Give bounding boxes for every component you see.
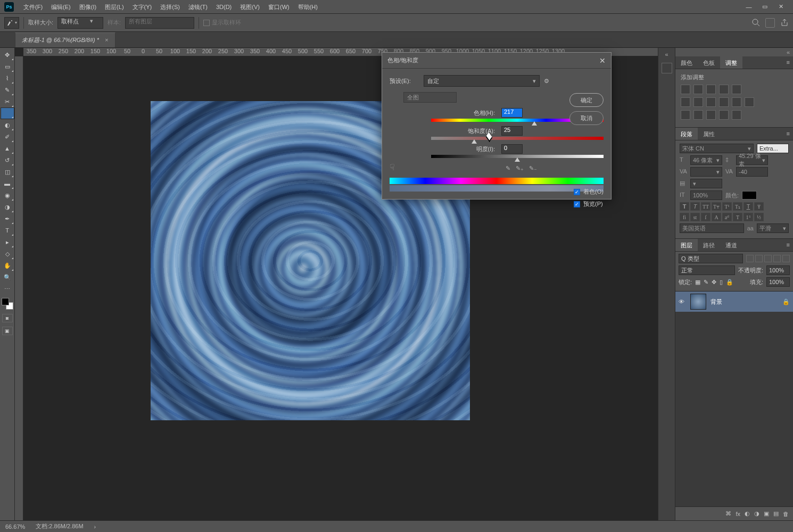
expand-dock-icon[interactable]: « (675, 48, 793, 56)
saturation-value-field[interactable]: 25 (501, 126, 523, 136)
lightness-value-field[interactable]: 0 (501, 144, 523, 154)
adj-bw-icon[interactable] (706, 97, 716, 107)
input-spectrum[interactable] (390, 178, 604, 184)
zoom-level[interactable]: 66.67% (5, 523, 25, 530)
menu-3d[interactable]: 3D(D) (212, 0, 236, 14)
font-size-field[interactable]: 46 像素▾ (690, 155, 722, 165)
preview-checkbox[interactable]: ✓预览(P) (574, 200, 604, 208)
filter-smart-icon[interactable] (782, 255, 790, 262)
panel-menu-icon[interactable]: ≡ (783, 239, 793, 251)
antialiasing-select[interactable]: 平滑▾ (757, 223, 789, 233)
super-button[interactable]: T¹ (722, 202, 732, 211)
filter-adj-icon[interactable] (755, 255, 763, 262)
eyedropper-icon[interactable]: ✎ (506, 165, 510, 172)
close-dialog-icon[interactable]: ✕ (599, 56, 606, 65)
lock-icon[interactable]: 🔒 (726, 279, 733, 286)
tab-adjustments[interactable]: 调整 (720, 56, 742, 69)
leading-field[interactable]: 45.29 像素▾ (736, 155, 768, 165)
ok-button[interactable]: 确定 (569, 93, 604, 107)
share-icon[interactable] (780, 18, 789, 28)
filter-type-icon[interactable] (764, 255, 772, 262)
stylistic-button[interactable]: 1ˢ (744, 213, 753, 221)
color-swatch[interactable] (2, 298, 13, 310)
tab-layers[interactable]: 图层 (675, 239, 698, 251)
tab-channels[interactable]: 通道 (720, 239, 742, 251)
brush-tool-icon[interactable]: ✐ (1, 131, 14, 143)
pen-tool-icon[interactable]: ✒ (1, 213, 14, 225)
document-tab[interactable]: 未标题-1 @ 66.7%(RGB/8#) * × (15, 32, 115, 47)
doc-size[interactable]: 文档:2.86M/2.86M (36, 522, 83, 530)
tab-paths[interactable]: 路径 (698, 239, 720, 251)
hue-value-field[interactable]: 217 (501, 108, 523, 118)
swash-button[interactable]: ſ (701, 213, 711, 221)
allcaps-button[interactable]: TT (701, 202, 711, 211)
stamp-tool-icon[interactable]: ▲ (1, 143, 14, 154)
quickmask-icon[interactable]: ◙ (2, 314, 13, 322)
tab-color[interactable]: 颜色 (675, 56, 698, 69)
adj-gradmap-icon[interactable] (719, 110, 729, 120)
lasso-tool-icon[interactable]: ⌇ (1, 72, 14, 84)
adj-levels-icon[interactable] (693, 85, 703, 94)
window-close-icon[interactable]: ✕ (773, 2, 789, 12)
search-icon[interactable] (751, 18, 760, 28)
adj-hue-icon[interactable] (681, 97, 690, 107)
adj-photo-icon[interactable] (719, 97, 729, 107)
blur-tool-icon[interactable]: ◉ (1, 189, 14, 201)
st-lig-button[interactable]: st (690, 213, 700, 221)
tab-swatches[interactable]: 色板 (698, 56, 720, 69)
menu-file[interactable]: 文件(F) (19, 0, 47, 14)
marquee-tool-icon[interactable]: ▭ (1, 61, 14, 72)
strike-button[interactable]: Ŧ (754, 202, 764, 211)
output-spectrum[interactable] (390, 185, 604, 192)
ordinal-button[interactable]: aᵈ (722, 213, 732, 221)
sample-size-select[interactable]: 取样点▾ (57, 17, 103, 29)
window-minimize-icon[interactable]: — (741, 2, 757, 12)
titling-button[interactable]: A (712, 213, 721, 221)
lock-image-icon[interactable]: ▯ (720, 279, 723, 286)
eraser-tool-icon[interactable]: ◫ (1, 166, 14, 178)
move-tool-icon[interactable]: ✥ (1, 49, 14, 61)
layer-row[interactable]: 👁 背景 🔒 (675, 292, 793, 312)
dodge-tool-icon[interactable]: ◑ (1, 201, 14, 213)
adj-selcolor-icon[interactable] (732, 110, 741, 120)
menu-help[interactable]: 帮助(H) (294, 0, 322, 14)
window-maximize-icon[interactable]: ▭ (757, 2, 773, 12)
menu-window[interactable]: 窗口(W) (264, 0, 294, 14)
adj-vibrance-icon[interactable] (732, 85, 741, 94)
smallcaps-button[interactable]: Tᴛ (712, 202, 721, 211)
color-range-select[interactable]: 全图 (403, 92, 457, 103)
fraction-button[interactable]: T (733, 213, 742, 221)
bold-button[interactable]: T (680, 202, 689, 211)
panel-menu-icon[interactable]: ≡ (783, 128, 793, 140)
vscale-field[interactable]: 100% (690, 190, 722, 200)
menu-layer[interactable]: 图层(L) (101, 0, 128, 14)
menu-edit[interactable]: 编辑(E) (47, 0, 75, 14)
italic-button[interactable]: T (690, 202, 700, 211)
workspace-icon[interactable] (765, 18, 775, 28)
layer-filter-kind[interactable]: Q 类型 (679, 254, 743, 263)
layer-name[interactable]: 背景 (711, 298, 722, 306)
close-tab-icon[interactable]: × (105, 37, 108, 43)
filter-shape-icon[interactable] (773, 255, 781, 262)
history-brush-tool-icon[interactable]: ↺ (1, 154, 14, 166)
preset-select[interactable]: 自定 (424, 75, 540, 87)
fill-field[interactable]: 100% (766, 277, 790, 287)
hand-tool-icon[interactable]: ✋ (1, 260, 14, 271)
eyedropper-sub-icon[interactable]: ✎₋ (529, 165, 537, 172)
underline-button[interactable]: T (744, 202, 753, 211)
adj-brightness-icon[interactable] (681, 85, 690, 94)
lightness-slider[interactable] (431, 155, 604, 158)
slash-button[interactable]: ½ (754, 213, 764, 221)
adj-poster-icon[interactable] (693, 110, 703, 120)
lock-all-icon[interactable]: ▦ (695, 279, 700, 286)
adj-exposure-icon[interactable] (719, 85, 729, 94)
eyedropper-tool-icon[interactable] (1, 107, 14, 119)
healing-tool-icon[interactable]: ◐ (1, 119, 14, 131)
eyedropper-add-icon[interactable]: ✎₊ (516, 165, 524, 172)
screenmode-icon[interactable]: ▣ (2, 327, 13, 335)
adj-curves-icon[interactable] (706, 85, 716, 94)
status-chevron-icon[interactable]: › (94, 523, 96, 530)
preset-gear-icon[interactable]: ⚙ (544, 78, 549, 85)
lock-pos-icon[interactable]: ✎ (704, 279, 708, 286)
gradient-tool-icon[interactable]: ▬ (1, 178, 14, 189)
